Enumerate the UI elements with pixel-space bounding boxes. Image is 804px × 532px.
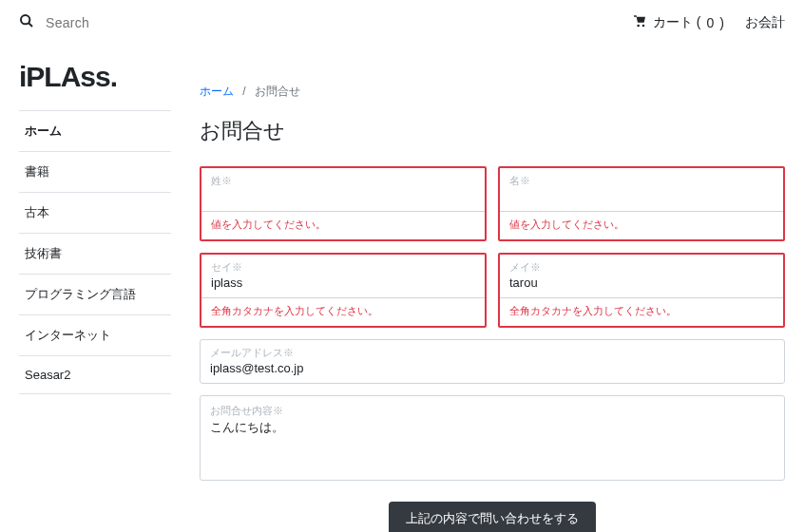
field-mei-kana: メイ※ tarou 全角カタカナを入力してください。 <box>498 253 785 328</box>
search-input[interactable] <box>46 15 198 30</box>
email-value: iplass@test.co.jp <box>210 361 775 377</box>
mei-kana-label: メイ※ <box>509 260 774 275</box>
brand-logo[interactable]: iPLAss. <box>19 46 171 110</box>
sidebar-item-languages[interactable]: プログラミング言語 <box>19 275 171 315</box>
field-sei-kana: セイ※ iplass 全角カタカナを入力してください。 <box>200 253 487 328</box>
sidebar: iPLAss. ホーム 書籍 古本 技術書 プログラミング言語 インターネット … <box>19 46 171 532</box>
checkout-link[interactable]: お会計 <box>745 14 785 31</box>
submit-row: 上記の内容で問い合わせをする <box>200 502 785 532</box>
breadcrumb: ホーム / お問合せ <box>200 84 785 100</box>
sidebar-item-seasar2[interactable]: Seasar2 <box>19 356 171 394</box>
mei-kana-value: tarou <box>509 276 774 292</box>
sidebar-item-books[interactable]: 書籍 <box>19 152 171 193</box>
sei-kana-label: セイ※ <box>211 260 475 275</box>
submit-button[interactable]: 上記の内容で問い合わせをする <box>389 502 596 532</box>
sidebar-nav: ホーム 書籍 古本 技術書 プログラミング言語 インターネット Seasar2 <box>19 110 171 394</box>
email-input[interactable]: メールアドレス※ iplass@test.co.jp <box>200 339 785 384</box>
sidebar-item-home[interactable]: ホーム <box>19 111 171 152</box>
sidebar-item-internet[interactable]: インターネット <box>19 315 171 356</box>
first-name-label: 名※ <box>509 174 774 188</box>
search-icon[interactable] <box>19 13 34 32</box>
topbar-right: カート (0) お会計 <box>632 14 785 32</box>
last-name-error: 値を入力してください。 <box>201 212 485 234</box>
sidebar-item-tech-books[interactable]: 技術書 <box>19 234 171 275</box>
breadcrumb-current: お問合せ <box>255 85 300 98</box>
svg-line-1 <box>29 23 32 27</box>
email-label: メールアドレス※ <box>210 346 775 360</box>
svg-point-0 <box>21 15 29 24</box>
cart-link[interactable]: カート (0) <box>632 14 724 32</box>
sei-kana-input[interactable]: セイ※ iplass <box>201 255 485 298</box>
field-last-name: 姓※ 値を入力してください。 <box>200 166 487 241</box>
cart-suffix: ) <box>719 15 724 30</box>
topbar: カート (0) お会計 <box>0 0 804 46</box>
contact-form: 姓※ 値を入力してください。 名※ 値を入力してください。 セイ※ ip <box>200 166 785 481</box>
search-wrap <box>19 13 198 32</box>
breadcrumb-home[interactable]: ホーム <box>200 85 234 98</box>
last-name-label: 姓※ <box>211 174 475 188</box>
sei-kana-value: iplass <box>211 276 475 292</box>
first-name-error: 値を入力してください。 <box>500 212 783 234</box>
cart-count: 0 <box>707 15 715 30</box>
sidebar-item-used-books[interactable]: 古本 <box>19 193 171 234</box>
field-email: メールアドレス※ iplass@test.co.jp <box>200 339 785 384</box>
mei-kana-input[interactable]: メイ※ tarou <box>500 255 783 298</box>
first-name-input[interactable]: 名※ <box>500 168 783 212</box>
last-name-input[interactable]: 姓※ <box>201 168 485 212</box>
body-value: こんにちは。 <box>210 419 775 436</box>
field-first-name: 名※ 値を入力してください。 <box>498 166 785 241</box>
cart-prefix: カート ( <box>653 14 701 31</box>
mei-kana-error: 全角カタカナを入力してください。 <box>500 298 783 320</box>
page-title: お問合せ <box>200 117 785 145</box>
body-label: お問合せ内容※ <box>210 404 775 418</box>
breadcrumb-sep: / <box>242 85 245 98</box>
body-textarea[interactable]: お問合せ内容※ こんにちは。 <box>200 395 785 481</box>
main: ホーム / お問合せ お問合せ 姓※ 値を入力してください。 名※ <box>200 46 785 532</box>
field-body: お問合せ内容※ こんにちは。 <box>200 395 785 481</box>
cart-icon <box>632 14 647 32</box>
sei-kana-error: 全角カタカナを入力してください。 <box>201 298 485 320</box>
